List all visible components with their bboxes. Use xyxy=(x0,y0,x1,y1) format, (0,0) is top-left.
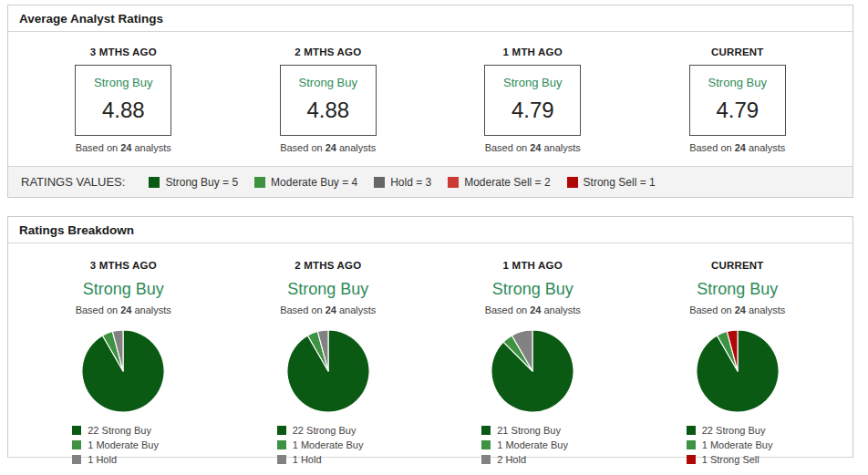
period-label: 1 MTH AGO xyxy=(503,260,563,271)
legend-row: 1 Moderate Buy xyxy=(481,439,584,450)
hold-swatch-icon xyxy=(481,455,491,464)
based-on-text: Based on 24 analysts xyxy=(430,142,636,153)
strong-sell-swatch-icon xyxy=(687,455,696,464)
based-on-text: Based on 24 analysts xyxy=(280,305,376,315)
legend-item-label: Strong Buy = 5 xyxy=(165,176,238,189)
consensus-rating-label: Strong Buy xyxy=(83,280,164,299)
moderate-buy-swatch-icon xyxy=(481,440,491,449)
moderate-buy-swatch-icon xyxy=(72,440,81,449)
rating-label: Strong Buy xyxy=(94,76,152,89)
rating-label: Strong Buy xyxy=(708,76,767,89)
legend-item-moderate-sell: Moderate Sell = 2 xyxy=(448,176,550,189)
legend-row: 1 Hold xyxy=(72,454,174,465)
legend-item-label: Hold = 3 xyxy=(390,176,431,189)
legend-item-moderate-buy: Moderate Buy = 4 xyxy=(254,176,357,189)
legend-item-strong-sell: Strong Sell = 1 xyxy=(567,176,656,189)
breakdown-column-1mth: 1 MTH AGO Strong Buy Based on 24 analyst… xyxy=(430,260,636,469)
moderate-buy-swatch-icon xyxy=(687,440,696,449)
legend-row: 21 Strong Buy xyxy=(481,425,584,436)
period-label: 1 MTH AGO xyxy=(430,46,636,57)
rating-value: 4.88 xyxy=(306,98,349,123)
legend-item-label: Moderate Buy = 4 xyxy=(271,176,357,189)
based-on-text: Based on 24 analysts xyxy=(76,305,171,315)
hold-swatch-icon xyxy=(374,177,385,188)
based-on-text: Based on 24 analysts xyxy=(636,142,841,153)
legend-item-label: Moderate Sell = 2 xyxy=(464,176,550,189)
legend-row: 1 Hold xyxy=(277,454,379,465)
period-label: 3 MTHS AGO xyxy=(21,46,226,57)
consensus-rating-label: Strong Buy xyxy=(697,280,778,299)
based-on-text: Based on 24 analysts xyxy=(226,142,431,153)
moderate-sell-swatch-icon xyxy=(448,177,459,188)
legend-row: 22 Strong Buy xyxy=(687,425,789,436)
legend-item-strong-buy: Strong Buy = 5 xyxy=(149,176,238,189)
rating-value: 4.88 xyxy=(102,98,145,123)
breakdown-column-3mths: 3 MTHS AGO Strong Buy Based on 24 analys… xyxy=(21,260,226,469)
ratings-values-legend: RATINGS VALUES: Strong Buy = 5 Moderate … xyxy=(8,166,852,197)
pie-chart xyxy=(79,327,167,415)
legend-row: 1 Moderate Buy xyxy=(72,439,174,450)
period-label: CURRENT xyxy=(636,46,841,57)
rating-box: Strong Buy 4.79 xyxy=(689,65,786,136)
legend-row: 1 Strong Sell xyxy=(687,454,789,465)
strong-buy-swatch-icon xyxy=(687,426,696,435)
legend-row: 1 Moderate Buy xyxy=(687,439,789,450)
pie-chart xyxy=(489,327,576,415)
pie-chart xyxy=(694,327,781,415)
legend-row: 22 Strong Buy xyxy=(277,425,379,436)
consensus-rating-label: Strong Buy xyxy=(287,280,368,299)
panel-title: Average Analyst Ratings xyxy=(8,5,852,32)
rating-value: 4.79 xyxy=(716,98,759,123)
rating-column-1mth: 1 MTH AGO Strong Buy 4.79 Based on 24 an… xyxy=(430,46,636,153)
rating-column-current: CURRENT Strong Buy 4.79 Based on 24 anal… xyxy=(636,46,841,153)
period-label: 2 MTHS AGO xyxy=(226,46,431,57)
legend-item-label: Strong Sell = 1 xyxy=(584,176,656,189)
pie-legend: 22 Strong Buy 1 Moderate Buy 1 Strong Se… xyxy=(687,425,789,469)
rating-value: 4.79 xyxy=(512,98,554,123)
rating-column-3mths: 3 MTHS AGO Strong Buy 4.88 Based on 24 a… xyxy=(21,46,226,153)
based-on-text: Based on 24 analysts xyxy=(485,305,581,315)
strong-buy-swatch-icon xyxy=(481,426,491,435)
rating-label: Strong Buy xyxy=(299,76,357,89)
breakdown-column-2mths: 2 MTHS AGO Strong Buy Based on 24 analys… xyxy=(226,260,431,469)
breakdown-columns: 3 MTHS AGO Strong Buy Based on 24 analys… xyxy=(8,243,852,469)
period-label: 2 MTHS AGO xyxy=(294,260,361,271)
period-label: 3 MTHS AGO xyxy=(90,260,157,271)
legend-row: 22 Strong Buy xyxy=(72,425,174,436)
period-label: CURRENT xyxy=(711,260,764,271)
breakdown-column-current: CURRENT Strong Buy Based on 24 analysts … xyxy=(636,260,841,469)
panel-title: Ratings Breakdown xyxy=(8,217,852,243)
ratings-breakdown-panel: Ratings Breakdown 3 MTHS AGO Strong Buy … xyxy=(7,216,853,458)
moderate-buy-swatch-icon xyxy=(277,440,286,449)
rating-label: Strong Buy xyxy=(503,76,562,89)
consensus-rating-label: Strong Buy xyxy=(492,280,574,299)
based-on-text: Based on 24 analysts xyxy=(21,142,226,153)
rating-box: Strong Buy 4.79 xyxy=(484,65,581,136)
average-analyst-ratings-panel: Average Analyst Ratings 3 MTHS AGO Stron… xyxy=(7,5,853,198)
rating-box: Strong Buy 4.88 xyxy=(75,65,171,136)
pie-legend: 22 Strong Buy 1 Moderate Buy 1 Hold xyxy=(72,425,174,469)
moderate-buy-swatch-icon xyxy=(254,177,265,188)
pie-legend: 21 Strong Buy 1 Moderate Buy 2 Hold xyxy=(481,425,584,469)
rating-box: Strong Buy 4.88 xyxy=(280,65,377,136)
strong-buy-swatch-icon xyxy=(149,177,160,188)
pie-chart xyxy=(284,327,372,415)
pie-legend: 22 Strong Buy 1 Moderate Buy 1 Hold xyxy=(277,425,379,469)
based-on-text: Based on 24 analysts xyxy=(689,305,785,315)
legend-row: 2 Hold xyxy=(481,454,584,465)
ratings-values-label: RATINGS VALUES: xyxy=(21,175,125,189)
hold-swatch-icon xyxy=(72,455,81,464)
strong-buy-swatch-icon xyxy=(277,426,286,435)
hold-swatch-icon xyxy=(277,455,286,464)
rating-column-2mths: 2 MTHS AGO Strong Buy 4.88 Based on 24 a… xyxy=(226,46,431,153)
strong-sell-swatch-icon xyxy=(567,177,578,188)
legend-item-hold: Hold = 3 xyxy=(374,176,431,189)
legend-row: 1 Moderate Buy xyxy=(277,439,379,450)
ratings-columns: 3 MTHS AGO Strong Buy 4.88 Based on 24 a… xyxy=(8,32,852,166)
strong-buy-swatch-icon xyxy=(72,426,81,435)
